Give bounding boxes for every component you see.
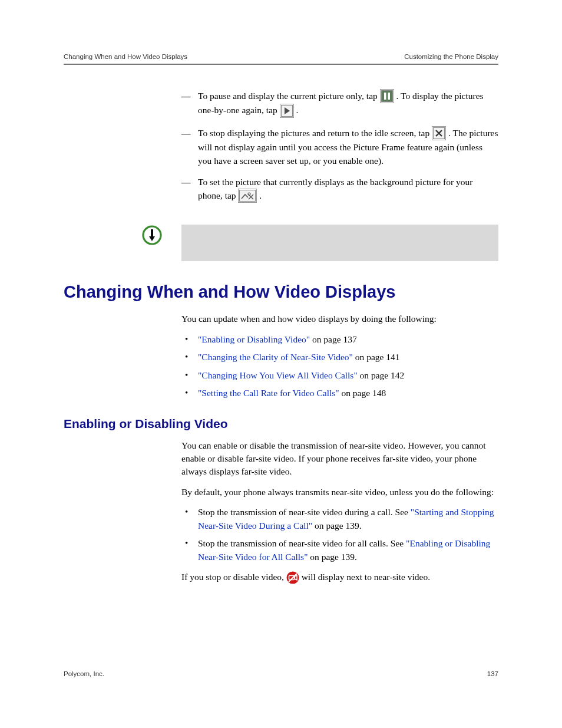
enable-list: Stop the transmission of near-site video… bbox=[181, 506, 498, 564]
heading-2: Enabling or Disabling Video bbox=[64, 417, 498, 431]
text: on page 137 bbox=[310, 334, 357, 344]
close-icon bbox=[432, 126, 446, 140]
toc-item: "Setting the Call Rate for Video Calls" … bbox=[181, 387, 498, 400]
list-item: Stop the transmission of near-site video… bbox=[181, 537, 498, 564]
note-callout bbox=[141, 225, 498, 261]
text: To pause and display the current picture… bbox=[198, 91, 380, 101]
footer-company: Polycom, Inc. bbox=[64, 670, 104, 677]
video-stopped-icon bbox=[286, 571, 299, 584]
note-body bbox=[181, 225, 498, 261]
text: If you stop or disable video, bbox=[181, 572, 286, 582]
svg-rect-0 bbox=[384, 93, 386, 100]
note-icon bbox=[141, 225, 181, 261]
text: on page 148 bbox=[339, 388, 386, 398]
pause-icon bbox=[380, 89, 394, 103]
paragraph: By default, your phone always transmits … bbox=[181, 486, 498, 499]
text: on page 142 bbox=[358, 370, 405, 380]
intro-paragraph: You can update when and how video displa… bbox=[181, 312, 498, 325]
page: Changing When and How Video Displays Cus… bbox=[0, 0, 562, 728]
item-pause: To pause and display the current picture… bbox=[181, 90, 498, 118]
link-view-all-video-calls[interactable]: "Changing How You View All Video Calls" bbox=[198, 370, 358, 380]
heading-1: Changing When and How Video Displays bbox=[64, 282, 498, 302]
list-item: Stop the transmission of near-site video… bbox=[181, 506, 498, 532]
text: will display next to near-site video. bbox=[302, 572, 430, 582]
text: on page 141 bbox=[353, 352, 400, 362]
svg-rect-1 bbox=[388, 93, 390, 100]
svg-marker-2 bbox=[285, 107, 290, 114]
link-call-rate[interactable]: "Setting the Call Rate for Video Calls" bbox=[198, 388, 339, 398]
text: To stop displaying the pictures and retu… bbox=[198, 128, 432, 138]
item-stop: To stop displaying the pictures and retu… bbox=[181, 127, 498, 167]
item-background: To set the picture that currently displa… bbox=[181, 176, 498, 203]
toc-item: "Changing the Clarity of Near-Site Video… bbox=[181, 351, 498, 364]
text: Stop the transmission of near-site video… bbox=[198, 538, 406, 548]
link-clarity-near-site[interactable]: "Changing the Clarity of Near-Site Video… bbox=[198, 352, 353, 362]
toc-item: "Enabling or Disabling Video" on page 13… bbox=[181, 333, 498, 346]
text: Stop the transmission of near-site video… bbox=[198, 507, 411, 517]
toc-list: "Enabling or Disabling Video" on page 13… bbox=[181, 333, 498, 400]
text: on page 139. bbox=[312, 521, 362, 531]
page-footer: Polycom, Inc. 137 bbox=[64, 670, 498, 677]
footer-page-number: 137 bbox=[487, 670, 498, 677]
text: . bbox=[259, 190, 262, 200]
paragraph: You can enable or disable the transmissi… bbox=[181, 439, 498, 479]
header-left: Changing When and How Video Displays bbox=[64, 53, 187, 60]
text: . bbox=[296, 105, 298, 115]
paragraph: If you stop or disable video, will displ… bbox=[181, 571, 498, 584]
text: on page 139. bbox=[308, 552, 357, 562]
continued-list: To pause and display the current picture… bbox=[181, 90, 498, 203]
toc-item: "Changing How You View All Video Calls" … bbox=[181, 369, 498, 382]
header-right: Customizing the Phone Display bbox=[404, 53, 498, 60]
link-enable-disable-video[interactable]: "Enabling or Disabling Video" bbox=[198, 334, 310, 344]
set-background-icon bbox=[238, 189, 257, 203]
play-icon bbox=[280, 104, 294, 118]
running-header: Changing When and How Video Displays Cus… bbox=[64, 53, 498, 65]
